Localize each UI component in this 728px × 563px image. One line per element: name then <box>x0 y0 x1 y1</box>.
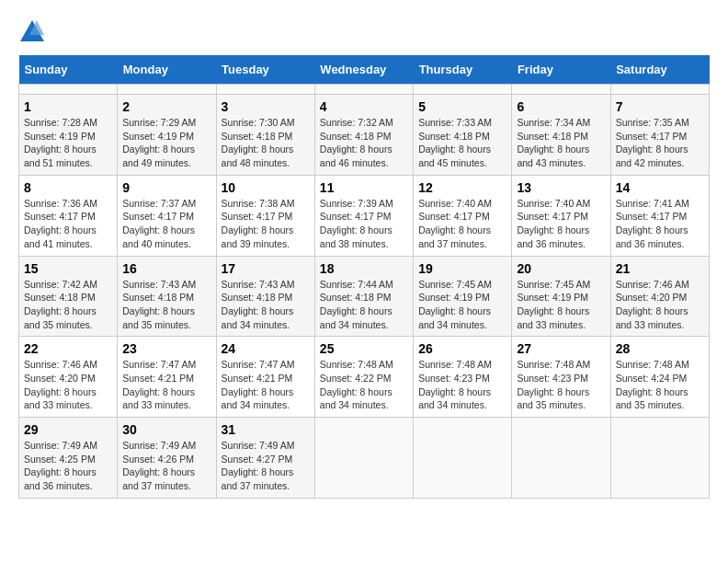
calendar-cell: 1Sunrise: 7:28 AM Sunset: 4:19 PM Daylig… <box>19 95 118 176</box>
calendar-cell: 17Sunrise: 7:43 AM Sunset: 4:18 PM Dayli… <box>216 256 314 337</box>
calendar-cell <box>512 418 610 499</box>
day-number: 25 <box>320 341 408 356</box>
day-detail: Sunrise: 7:36 AM Sunset: 4:17 PM Dayligh… <box>24 197 112 251</box>
day-number: 27 <box>517 341 605 356</box>
day-detail: Sunrise: 7:37 AM Sunset: 4:17 PM Dayligh… <box>122 197 210 251</box>
day-number: 10 <box>222 180 310 195</box>
day-number: 9 <box>122 180 210 195</box>
calendar-week-row: 15Sunrise: 7:42 AM Sunset: 4:18 PM Dayli… <box>19 256 710 337</box>
calendar-cell <box>19 85 118 95</box>
calendar-cell: 12Sunrise: 7:40 AM Sunset: 4:17 PM Dayli… <box>414 175 512 256</box>
calendar-cell: 26Sunrise: 7:48 AM Sunset: 4:23 PM Dayli… <box>414 337 512 418</box>
day-number: 4 <box>320 99 408 114</box>
day-number: 7 <box>616 99 704 114</box>
day-header-tuesday: Tuesday <box>216 55 314 85</box>
day-number: 16 <box>122 261 210 276</box>
day-detail: Sunrise: 7:48 AM Sunset: 4:24 PM Dayligh… <box>616 358 704 412</box>
day-number: 30 <box>122 422 210 437</box>
calendar-cell <box>314 85 413 95</box>
day-number: 11 <box>320 180 408 195</box>
day-number: 13 <box>517 180 605 195</box>
calendar-week-row: 8Sunrise: 7:36 AM Sunset: 4:17 PM Daylig… <box>19 175 710 256</box>
day-number: 3 <box>222 99 310 114</box>
day-header-sunday: Sunday <box>19 55 118 85</box>
day-detail: Sunrise: 7:33 AM Sunset: 4:18 PM Dayligh… <box>418 116 506 170</box>
page-header <box>18 18 710 46</box>
day-detail: Sunrise: 7:30 AM Sunset: 4:18 PM Dayligh… <box>222 116 310 170</box>
calendar-week-row: 29Sunrise: 7:49 AM Sunset: 4:25 PM Dayli… <box>19 418 710 499</box>
day-number: 17 <box>222 261 310 276</box>
day-detail: Sunrise: 7:49 AM Sunset: 4:27 PM Dayligh… <box>222 439 310 493</box>
day-number: 23 <box>122 341 210 356</box>
calendar-cell: 30Sunrise: 7:49 AM Sunset: 4:26 PM Dayli… <box>118 418 216 499</box>
day-detail: Sunrise: 7:34 AM Sunset: 4:18 PM Dayligh… <box>517 116 605 170</box>
calendar-cell: 22Sunrise: 7:46 AM Sunset: 4:20 PM Dayli… <box>19 337 118 418</box>
day-number: 14 <box>616 180 704 195</box>
day-detail: Sunrise: 7:49 AM Sunset: 4:26 PM Dayligh… <box>122 439 210 493</box>
calendar-cell: 6Sunrise: 7:34 AM Sunset: 4:18 PM Daylig… <box>512 95 610 176</box>
calendar-cell: 20Sunrise: 7:45 AM Sunset: 4:19 PM Dayli… <box>512 256 610 337</box>
day-detail: Sunrise: 7:43 AM Sunset: 4:18 PM Dayligh… <box>122 278 210 332</box>
calendar-cell: 2Sunrise: 7:29 AM Sunset: 4:19 PM Daylig… <box>118 95 216 176</box>
day-detail: Sunrise: 7:46 AM Sunset: 4:20 PM Dayligh… <box>24 358 112 412</box>
calendar-cell: 8Sunrise: 7:36 AM Sunset: 4:17 PM Daylig… <box>19 175 118 256</box>
calendar-cell: 21Sunrise: 7:46 AM Sunset: 4:20 PM Dayli… <box>610 256 709 337</box>
calendar-cell <box>512 85 610 95</box>
calendar-cell: 28Sunrise: 7:48 AM Sunset: 4:24 PM Dayli… <box>610 337 709 418</box>
day-number: 28 <box>616 341 704 356</box>
day-header-saturday: Saturday <box>610 55 709 85</box>
calendar-cell: 3Sunrise: 7:30 AM Sunset: 4:18 PM Daylig… <box>216 95 314 176</box>
day-detail: Sunrise: 7:47 AM Sunset: 4:21 PM Dayligh… <box>122 358 210 412</box>
calendar-cell: 23Sunrise: 7:47 AM Sunset: 4:21 PM Dayli… <box>118 337 216 418</box>
day-number: 6 <box>517 99 605 114</box>
day-number: 26 <box>418 341 506 356</box>
day-detail: Sunrise: 7:45 AM Sunset: 4:19 PM Dayligh… <box>418 278 506 332</box>
calendar-cell: 13Sunrise: 7:40 AM Sunset: 4:17 PM Dayli… <box>512 175 610 256</box>
day-number: 29 <box>24 422 112 437</box>
day-detail: Sunrise: 7:41 AM Sunset: 4:17 PM Dayligh… <box>616 197 704 251</box>
calendar-cell: 7Sunrise: 7:35 AM Sunset: 4:17 PM Daylig… <box>610 95 709 176</box>
day-detail: Sunrise: 7:28 AM Sunset: 4:19 PM Dayligh… <box>24 116 112 170</box>
calendar-cell: 25Sunrise: 7:48 AM Sunset: 4:22 PM Dayli… <box>314 337 413 418</box>
calendar-cell <box>610 85 709 95</box>
calendar-cell: 10Sunrise: 7:38 AM Sunset: 4:17 PM Dayli… <box>216 175 314 256</box>
calendar-cell: 16Sunrise: 7:43 AM Sunset: 4:18 PM Dayli… <box>118 256 216 337</box>
day-number: 1 <box>24 99 112 114</box>
calendar-week-row: 1Sunrise: 7:28 AM Sunset: 4:19 PM Daylig… <box>19 95 710 176</box>
calendar-cell: 18Sunrise: 7:44 AM Sunset: 4:18 PM Dayli… <box>314 256 413 337</box>
calendar-cell: 11Sunrise: 7:39 AM Sunset: 4:17 PM Dayli… <box>314 175 413 256</box>
calendar-cell: 29Sunrise: 7:49 AM Sunset: 4:25 PM Dayli… <box>19 418 118 499</box>
calendar-week-row <box>19 85 710 95</box>
calendar-cell: 14Sunrise: 7:41 AM Sunset: 4:17 PM Dayli… <box>610 175 709 256</box>
day-detail: Sunrise: 7:49 AM Sunset: 4:25 PM Dayligh… <box>24 439 112 493</box>
calendar-cell: 9Sunrise: 7:37 AM Sunset: 4:17 PM Daylig… <box>118 175 216 256</box>
day-number: 15 <box>24 261 112 276</box>
calendar-cell <box>314 418 413 499</box>
day-number: 21 <box>616 261 704 276</box>
day-detail: Sunrise: 7:32 AM Sunset: 4:18 PM Dayligh… <box>320 116 408 170</box>
day-header-friday: Friday <box>512 55 610 85</box>
day-number: 5 <box>418 99 506 114</box>
day-detail: Sunrise: 7:43 AM Sunset: 4:18 PM Dayligh… <box>222 278 310 332</box>
calendar-cell: 5Sunrise: 7:33 AM Sunset: 4:18 PM Daylig… <box>414 95 512 176</box>
day-detail: Sunrise: 7:40 AM Sunset: 4:17 PM Dayligh… <box>418 197 506 251</box>
calendar-cell <box>610 418 709 499</box>
calendar-cell: 24Sunrise: 7:47 AM Sunset: 4:21 PM Dayli… <box>216 337 314 418</box>
day-detail: Sunrise: 7:48 AM Sunset: 4:23 PM Dayligh… <box>517 358 605 412</box>
calendar-week-row: 22Sunrise: 7:46 AM Sunset: 4:20 PM Dayli… <box>19 337 710 418</box>
calendar-header-row: SundayMondayTuesdayWednesdayThursdayFrid… <box>19 55 710 85</box>
logo <box>18 18 50 46</box>
calendar-cell: 4Sunrise: 7:32 AM Sunset: 4:18 PM Daylig… <box>314 95 413 176</box>
day-number: 24 <box>222 341 310 356</box>
calendar-cell <box>414 418 512 499</box>
day-header-thursday: Thursday <box>414 55 512 85</box>
calendar-cell: 27Sunrise: 7:48 AM Sunset: 4:23 PM Dayli… <box>512 337 610 418</box>
day-number: 8 <box>24 180 112 195</box>
logo-icon <box>18 18 46 46</box>
day-detail: Sunrise: 7:35 AM Sunset: 4:17 PM Dayligh… <box>616 116 704 170</box>
day-number: 31 <box>222 422 310 437</box>
day-header-wednesday: Wednesday <box>314 55 413 85</box>
day-number: 12 <box>418 180 506 195</box>
day-detail: Sunrise: 7:42 AM Sunset: 4:18 PM Dayligh… <box>24 278 112 332</box>
calendar-cell <box>414 85 512 95</box>
